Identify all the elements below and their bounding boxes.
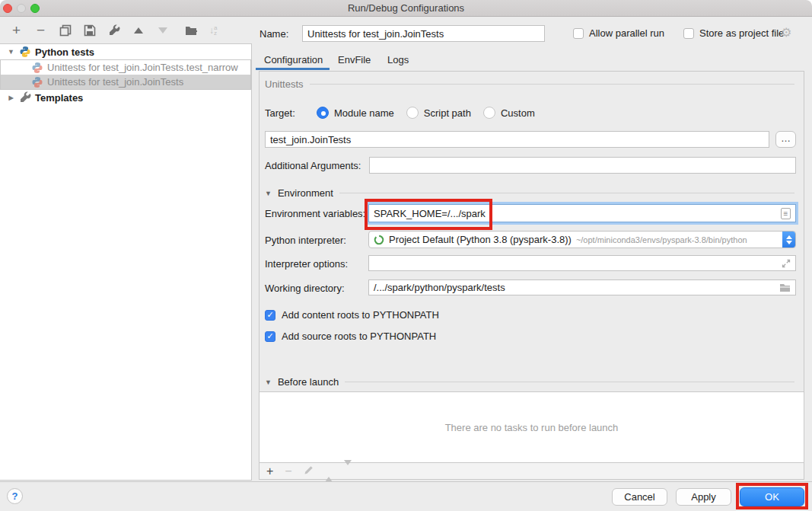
tree-item-python-tests[interactable]: ▼ Python tests: [0, 44, 251, 59]
name-label: Name:: [260, 28, 288, 40]
add-task-icon[interactable]: +: [266, 465, 273, 477]
sort-alphabetically-icon: ↓ az: [209, 25, 217, 36]
annotation-box-ok-button: [736, 483, 808, 509]
tree-item-jointests-selected[interactable]: Unittests for test_join.JoinTests: [1, 75, 250, 89]
radio-module-name[interactable]: Module name: [317, 107, 394, 119]
wrench-icon: [19, 91, 31, 104]
tab-configuration[interactable]: Configuration: [264, 54, 323, 65]
interpreter-path: ~/opt/miniconda3/envs/pyspark-3.8/bin/py…: [576, 235, 747, 244]
target-label: Target:: [265, 107, 304, 119]
radio-unselected-icon[interactable]: [406, 107, 419, 119]
annotation-box-environment-variables: [365, 199, 492, 230]
working-directory-value: /.../spark/python/pyspark/tests: [374, 282, 505, 293]
python-interpreter-select[interactable]: Project Default (Python 3.8 (pyspark-3.8…: [368, 231, 796, 248]
expand-field-icon[interactable]: [782, 259, 791, 268]
window-title: Run/Debug Configurations: [0, 2, 812, 14]
edit-templates-wrench-icon[interactable]: [107, 24, 120, 37]
working-directory-input[interactable]: /.../spark/python/pyspark/tests: [368, 279, 796, 295]
tree-item-test-narrow[interactable]: Unittests for test_join.JoinTests.test_n…: [1, 60, 250, 75]
expand-collapsed-icon[interactable]: ▶: [7, 94, 15, 101]
checkbox-unchecked[interactable]: [573, 28, 584, 39]
remove-configuration-icon[interactable]: −: [34, 24, 47, 37]
allow-parallel-run-label: Allow parallel run: [589, 27, 664, 39]
add-source-roots-checkbox[interactable]: ✓ Add source roots to PYTHONPATH: [265, 331, 436, 342]
allow-parallel-run-checkbox[interactable]: Allow parallel run: [573, 27, 664, 39]
before-launch-section-header: ▼ Before launch: [265, 376, 794, 388]
tree-item-label: Python tests: [35, 46, 94, 58]
task-list-toolbar: + −: [260, 463, 804, 480]
collapse-arrow-icon[interactable]: ▼: [265, 190, 272, 197]
cancel-button[interactable]: Cancel: [612, 488, 667, 506]
browse-folder-icon[interactable]: [779, 283, 791, 292]
environment-variables-label: Environment variables:: [265, 208, 365, 219]
interpreter-options-input[interactable]: [368, 255, 796, 271]
python-test-icon: [31, 62, 43, 74]
tab-logs[interactable]: Logs: [387, 54, 409, 65]
radio-label: Module name: [334, 107, 394, 119]
checkbox-label: Add content roots to PYTHONPATH: [282, 309, 439, 321]
configurations-tree: ▼ Python tests Unittests for test_join.J…: [0, 43, 252, 481]
store-as-project-file-label: Store as project file: [699, 27, 784, 39]
add-configuration-icon[interactable]: +: [10, 24, 23, 37]
additional-arguments-label: Additional Arguments:: [265, 160, 361, 171]
remove-task-icon: −: [285, 465, 291, 477]
ellipsis-icon: …: [781, 133, 791, 144]
move-up-icon[interactable]: [132, 24, 145, 37]
radio-custom[interactable]: Custom: [483, 107, 535, 119]
expand-open-icon[interactable]: ▼: [7, 48, 15, 56]
radio-label: Custom: [501, 107, 535, 119]
store-as-project-file-checkbox[interactable]: Store as project file: [683, 27, 784, 39]
radio-script-path[interactable]: Script path: [406, 107, 471, 119]
copy-configuration-icon[interactable]: [59, 24, 72, 37]
additional-arguments-input[interactable]: [369, 157, 796, 174]
edit-task-icon: [304, 465, 314, 477]
select-stepper-icon[interactable]: [782, 231, 795, 248]
title-bar: Run/Debug Configurations: [0, 0, 812, 17]
checkbox-checked-icon[interactable]: ✓: [265, 331, 275, 342]
run-debug-configurations-dialog: Run/Debug Configurations + − ↓ az ▼ Pyth…: [0, 0, 812, 511]
interpreter-options-label: Interpreter options:: [265, 258, 348, 270]
section-title: Environment: [278, 187, 333, 199]
radio-label: Script path: [424, 107, 471, 119]
tree-item-templates[interactable]: ▶ Templates: [0, 90, 251, 105]
conda-environment-icon: [374, 235, 384, 245]
radio-unselected-icon[interactable]: [483, 107, 495, 119]
section-title: Before launch: [278, 376, 339, 388]
tree-item-label: Unittests for test_join.JoinTests: [47, 76, 183, 88]
radio-selected-icon[interactable]: [317, 107, 329, 119]
checkbox-unchecked[interactable]: [683, 28, 694, 39]
environment-section-header: ▼ Environment: [265, 187, 794, 199]
browse-module-button[interactable]: …: [775, 131, 796, 148]
gear-icon[interactable]: ⚙: [781, 25, 791, 40]
apply-button[interactable]: Apply: [676, 488, 731, 506]
save-configuration-icon[interactable]: [83, 24, 96, 37]
new-folder-icon[interactable]: [185, 24, 198, 37]
configuration-panel: Unittests Target: Module name Script pat…: [259, 71, 804, 480]
selected-tab-underline: [256, 68, 330, 70]
edit-variables-list-icon[interactable]: ≡: [781, 208, 791, 219]
move-down-icon: [156, 24, 169, 37]
python-interpreter-label: Python interpreter:: [265, 235, 346, 246]
checkbox-label: Add source roots to PYTHONPATH: [282, 331, 436, 342]
move-task-up-icon: [325, 465, 333, 477]
target-row: Target: Module name Script path Custom: [265, 107, 535, 119]
add-content-roots-checkbox[interactable]: ✓ Add content roots to PYTHONPATH: [265, 309, 439, 321]
move-task-down-icon: [344, 465, 352, 477]
module-name-input[interactable]: test_join.JoinTests: [265, 131, 769, 148]
configurations-toolbar: + − ↓ az: [0, 17, 251, 43]
empty-tasks-text: There are no tasks to run before launch: [445, 422, 619, 433]
tab-envfile[interactable]: EnvFile: [338, 54, 371, 65]
unittests-section-header: Unittests: [265, 78, 794, 90]
python-icon: [19, 46, 31, 58]
dialog-footer: ? Cancel Apply OK: [0, 481, 812, 511]
name-input[interactable]: Unittests for test_join.JoinTests: [302, 25, 545, 42]
section-title: Unittests: [265, 78, 304, 90]
checkbox-checked-icon[interactable]: ✓: [265, 310, 275, 321]
python-test-icon: [31, 76, 43, 88]
collapse-arrow-icon[interactable]: ▼: [265, 378, 272, 386]
interpreter-value: Project Default (Python 3.8 (pyspark-3.8…: [389, 234, 572, 245]
working-directory-label: Working directory:: [265, 283, 345, 294]
help-button[interactable]: ?: [7, 488, 23, 504]
before-launch-task-list: There are no tasks to run before launch: [260, 391, 804, 463]
tree-children-group: Unittests for test_join.JoinTests.test_n…: [0, 59, 251, 90]
